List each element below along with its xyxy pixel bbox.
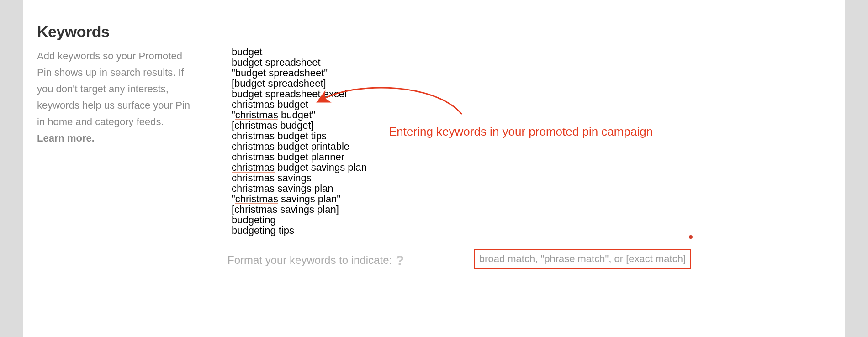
spellcheck-underline: christmas bbox=[232, 163, 275, 173]
spellcheck-underline: christmas bbox=[235, 111, 278, 120]
keyword-line: budget spreadsheet bbox=[232, 58, 687, 68]
keyword-line: budgeting tips bbox=[232, 226, 687, 236]
keyword-line: budget bbox=[232, 47, 687, 58]
keyword-line: budget spreadsheet excel bbox=[232, 89, 687, 100]
spellcheck-underline: christmas bbox=[235, 195, 278, 204]
keywords-panel: Keywords Add keywords so your Promoted P… bbox=[23, 0, 845, 337]
text-cursor bbox=[334, 184, 334, 193]
format-hint-row: Format your keywords to indicate: ? broa… bbox=[228, 249, 691, 272]
format-hint-label: Format your keywords to indicate: bbox=[228, 254, 392, 267]
match-type-hint-text: broad match, "phrase match", or [exact m… bbox=[479, 253, 686, 265]
keyword-line: christmas budget tips bbox=[232, 131, 687, 142]
keywords-textarea-wrap: budgetbudget spreadsheet"budget spreadsh… bbox=[228, 23, 691, 237]
keyword-line: christmas budget savings plan bbox=[232, 163, 687, 173]
keyword-line: "christmas savings plan" bbox=[232, 194, 687, 205]
keyword-line: [budget spreadsheet] bbox=[232, 79, 687, 89]
keywords-description: Add keywords so your Promoted Pin shows … bbox=[37, 48, 192, 147]
keyword-line: [christmas budget] bbox=[232, 121, 687, 131]
keywords-left-column: Keywords Add keywords so your Promoted P… bbox=[37, 23, 192, 147]
keyword-line: "christmas budget" bbox=[232, 110, 687, 121]
panel-top-divider bbox=[23, 2, 845, 2]
help-icon[interactable]: ? bbox=[396, 255, 404, 266]
keywords-heading: Keywords bbox=[37, 23, 192, 41]
keyword-line: [christmas savings plan] bbox=[232, 205, 687, 215]
keyword-line: budgeting bbox=[232, 215, 687, 226]
keyword-line: christmas savings plan bbox=[232, 184, 687, 194]
match-type-hint-box: broad match, "phrase match", or [exact m… bbox=[474, 249, 691, 269]
textarea-resize-handle[interactable] bbox=[689, 235, 693, 239]
learn-more-link[interactable]: Learn more. bbox=[37, 132, 95, 144]
keyword-line: "budget spreadsheet" bbox=[232, 68, 687, 79]
keyword-line: christmas budget bbox=[232, 100, 687, 110]
keyword-line: christmas savings bbox=[232, 173, 687, 184]
keyword-line: christmas budget planner bbox=[232, 152, 687, 163]
keyword-line: budgeting worksheets bbox=[232, 236, 687, 237]
keywords-textarea[interactable]: budgetbudget spreadsheet"budget spreadsh… bbox=[228, 23, 691, 237]
keywords-description-text: Add keywords so your Promoted Pin shows … bbox=[37, 50, 190, 127]
keyword-line: christmas budget printable bbox=[232, 142, 687, 152]
